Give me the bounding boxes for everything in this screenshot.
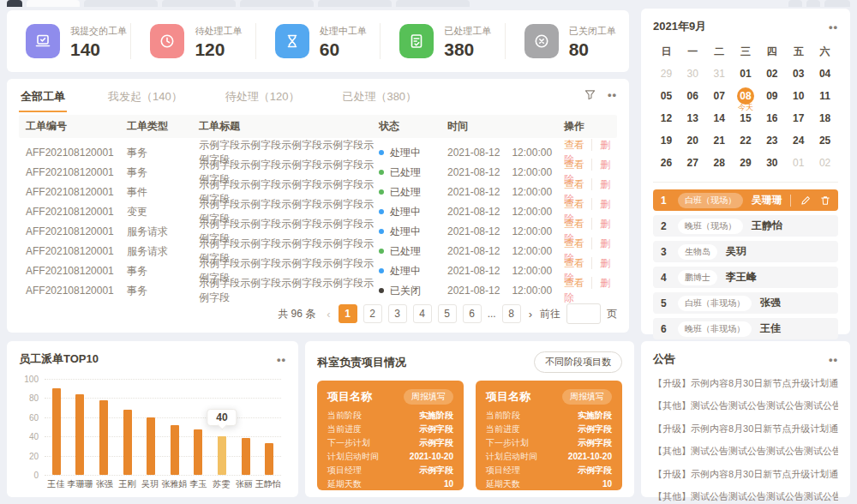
prev-page-icon[interactable]: ‹ bbox=[325, 308, 332, 321]
calendar-day[interactable]: 30 bbox=[680, 63, 706, 85]
tab-all-workorders[interactable]: 全部工单 bbox=[19, 87, 67, 112]
more-icon[interactable]: •• bbox=[608, 89, 617, 100]
view-link[interactable]: 查看 bbox=[564, 277, 584, 289]
calendar-day[interactable]: 02 bbox=[758, 63, 785, 85]
calendar-day[interactable]: 20 bbox=[680, 129, 706, 152]
view-link[interactable]: 查看 bbox=[564, 178, 584, 190]
weekly-report-badge[interactable]: 周报填写 bbox=[404, 389, 453, 405]
shift-row[interactable]: 4 鹏博士 李王峰 bbox=[653, 267, 838, 288]
calendar-day[interactable]: 01 bbox=[785, 152, 812, 174]
view-link[interactable]: 查看 bbox=[564, 139, 584, 151]
more-icon[interactable]: •• bbox=[829, 354, 838, 365]
calendar-day[interactable]: 21 bbox=[706, 129, 733, 152]
calendar-day[interactable]: 25 bbox=[812, 129, 838, 152]
page-number[interactable]: 2 bbox=[363, 304, 382, 323]
calendar-day[interactable]: 14 bbox=[706, 107, 733, 129]
calendar-day[interactable]: 06 bbox=[680, 85, 706, 107]
top-tab-control[interactable] bbox=[824, 0, 850, 7]
view-link[interactable]: 查看 bbox=[564, 237, 584, 249]
calendar-day[interactable]: 18 bbox=[812, 107, 838, 129]
calendar-day[interactable]: 24 bbox=[785, 129, 812, 152]
top-tab[interactable] bbox=[162, 0, 236, 7]
announcement-item[interactable]: 【升级】示例内容8月30日新节点升级计划通知 bbox=[653, 468, 838, 481]
view-link[interactable]: 查看 bbox=[564, 257, 584, 269]
edit-icon[interactable] bbox=[800, 195, 811, 206]
top-tab[interactable] bbox=[240, 0, 314, 7]
project-card[interactable]: 项目名称 周报填写 当前阶段实施阶段 当前进度示例字段 下一步计划示例字段 计划… bbox=[476, 381, 622, 490]
calendar-day-today[interactable]: 08今天 bbox=[733, 85, 759, 107]
page-number[interactable]: 4 bbox=[413, 304, 432, 323]
filter-icon[interactable] bbox=[584, 89, 596, 100]
shift-row[interactable]: 1 白班（现场） 吴珊珊 bbox=[653, 189, 838, 211]
top-tab-active[interactable] bbox=[27, 0, 80, 7]
bar[interactable] bbox=[218, 436, 226, 475]
shift-row[interactable]: 5 白班（非现场） 张强 bbox=[653, 292, 838, 314]
bar[interactable] bbox=[52, 388, 61, 475]
more-icon[interactable]: •• bbox=[277, 354, 286, 365]
shift-row[interactable]: 6 晚班（非现场） 王佳 bbox=[653, 318, 838, 339]
calendar-day[interactable]: 11 bbox=[812, 85, 838, 107]
top-tab-logo[interactable] bbox=[7, 0, 22, 7]
goto-page-input[interactable] bbox=[566, 303, 601, 324]
top-tab[interactable] bbox=[318, 0, 392, 7]
calendar-day[interactable]: 17 bbox=[785, 107, 812, 129]
tab-pending[interactable]: 待处理（120） bbox=[224, 87, 302, 111]
bar[interactable] bbox=[194, 429, 202, 475]
bar[interactable] bbox=[75, 394, 84, 475]
page-number[interactable]: 1 bbox=[339, 304, 357, 323]
view-link[interactable]: 查看 bbox=[564, 198, 584, 210]
next-page-icon[interactable]: › bbox=[527, 308, 534, 321]
calendar-day[interactable]: 16 bbox=[758, 107, 785, 129]
calendar-day[interactable]: 31 bbox=[706, 63, 733, 85]
page-number[interactable]: 8 bbox=[502, 304, 521, 323]
calendar-day[interactable]: 01 bbox=[733, 63, 759, 85]
bar[interactable] bbox=[171, 425, 179, 475]
page-number[interactable]: 6 bbox=[463, 304, 482, 323]
calendar-day[interactable]: 28 bbox=[706, 152, 733, 174]
bar[interactable] bbox=[99, 400, 108, 475]
bar[interactable] bbox=[123, 410, 132, 475]
calendar-day[interactable]: 02 bbox=[812, 152, 838, 174]
stage-project-count-button[interactable]: 不同阶段项目数 bbox=[534, 351, 622, 373]
shift-row[interactable]: 2 晚班（现场） 王静怡 bbox=[653, 215, 838, 237]
view-link[interactable]: 查看 bbox=[564, 218, 584, 230]
calendar-day[interactable]: 26 bbox=[653, 152, 680, 174]
page-number[interactable]: 3 bbox=[388, 304, 407, 323]
calendar-day[interactable]: 09 bbox=[758, 85, 785, 107]
calendar-day[interactable]: 04 bbox=[812, 63, 838, 85]
calendar-day[interactable]: 29 bbox=[733, 152, 759, 174]
calendar-day[interactable]: 03 bbox=[785, 63, 812, 85]
top-tab[interactable] bbox=[84, 0, 158, 7]
tab-done[interactable]: 已处理（380） bbox=[340, 87, 418, 111]
bar[interactable] bbox=[147, 417, 155, 475]
announcement-item[interactable]: 【升级】示例内容8月30日新节点升级计划通知 bbox=[653, 377, 838, 390]
view-link[interactable]: 查看 bbox=[564, 159, 584, 171]
bar[interactable] bbox=[265, 443, 273, 475]
calendar-day[interactable]: 10 bbox=[785, 85, 812, 107]
calendar-day[interactable]: 29 bbox=[653, 63, 680, 85]
calendar-day[interactable]: 22 bbox=[733, 129, 759, 152]
bar[interactable] bbox=[242, 438, 250, 475]
announcement-item[interactable]: 【其他】测试公告测试公告测试公告测试公告测试公告 bbox=[653, 445, 838, 458]
calendar-day[interactable]: 27 bbox=[680, 152, 706, 174]
top-tab-control[interactable] bbox=[788, 0, 802, 7]
calendar-day[interactable]: 23 bbox=[758, 129, 785, 152]
calendar-day[interactable]: 13 bbox=[680, 107, 706, 129]
calendar-day[interactable]: 12 bbox=[653, 107, 680, 129]
calendar-day[interactable]: 19 bbox=[653, 129, 680, 152]
announcement-item[interactable]: 【升级】示例内容8月30日新节点升级计划通知 bbox=[653, 423, 838, 435]
top-tab-control[interactable] bbox=[806, 0, 820, 7]
more-icon[interactable]: •• bbox=[829, 21, 838, 33]
page-number[interactable]: 5 bbox=[438, 304, 457, 323]
shift-row[interactable]: 3 生物岛 吴玥 bbox=[653, 241, 838, 262]
top-tab[interactable] bbox=[396, 0, 470, 7]
tab-my-created[interactable]: 我发起（140） bbox=[106, 87, 184, 111]
calendar-day[interactable]: 05 bbox=[653, 85, 680, 107]
weekly-report-badge[interactable]: 周报填写 bbox=[562, 389, 612, 405]
announcement-item[interactable]: 【其他】测试公告测试公告测试公告测试公告测试公告 bbox=[653, 490, 838, 503]
announcement-item[interactable]: 【其他】测试公告测试公告测试公告测试公告测试公告 bbox=[653, 399, 838, 412]
calendar-day[interactable]: 30 bbox=[758, 152, 785, 174]
trash-icon[interactable] bbox=[820, 195, 830, 206]
calendar-day[interactable]: 07 bbox=[706, 85, 733, 107]
project-card[interactable]: 项目名称 周报填写 当前阶段实施阶段 当前进度示例字段 下一步计划示例字段 计划… bbox=[317, 381, 464, 490]
